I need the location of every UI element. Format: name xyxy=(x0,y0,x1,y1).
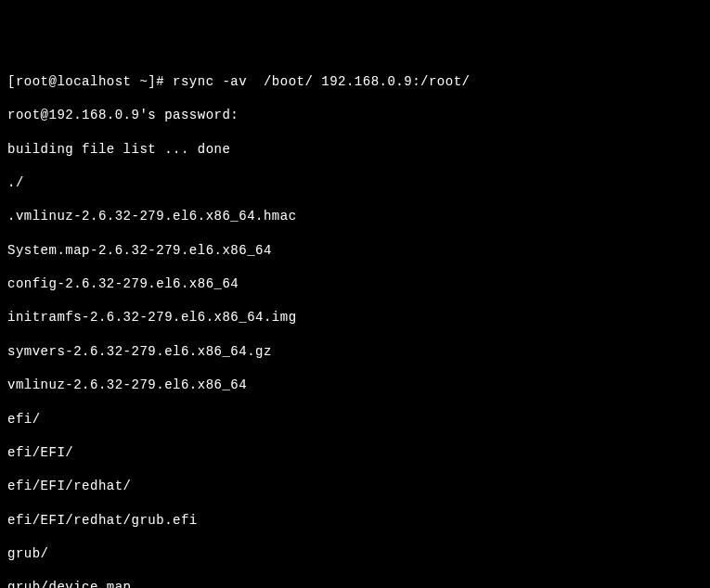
building-status: building file list ... done xyxy=(7,141,703,158)
file-entry: System.map-2.6.32-279.el6.x86_64 xyxy=(7,242,703,259)
file-entry: grub/ xyxy=(7,545,703,562)
file-entry: grub/device.map xyxy=(7,579,703,588)
file-entry: .vmlinuz-2.6.32-279.el6.x86_64.hmac xyxy=(7,208,703,224)
file-entry: symvers-2.6.32-279.el6.x86_64.gz xyxy=(7,343,703,360)
terminal-command-line[interactable]: [root@localhost ~]# rsync -av /boot/ 192… xyxy=(7,73,703,90)
file-entry: initramfs-2.6.32-279.el6.x86_64.img xyxy=(7,309,703,326)
file-entry: config-2.6.32-279.el6.x86_64 xyxy=(7,275,703,292)
file-entry: vmlinuz-2.6.32-279.el6.x86_64 xyxy=(7,377,703,393)
password-prompt[interactable]: root@192.168.0.9's password: xyxy=(7,107,703,123)
file-entry: efi/EFI/ xyxy=(7,444,703,461)
file-entry: efi/EFI/redhat/ xyxy=(7,478,703,494)
file-entry: efi/EFI/redhat/grub.efi xyxy=(7,512,703,529)
file-entry: ./ xyxy=(7,174,703,191)
file-entry: efi/ xyxy=(7,411,703,428)
